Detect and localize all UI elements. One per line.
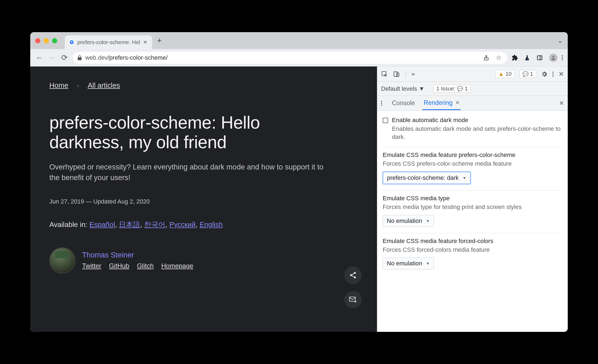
close-tab-icon[interactable]: ✕ [455, 100, 460, 106]
prefers-scheme-select[interactable]: prefers-color-scheme: dark ▼ [383, 172, 471, 184]
svg-point-4 [552, 56, 554, 58]
close-window-button[interactable] [35, 38, 40, 43]
lang-ja-link[interactable]: 日本語 [119, 220, 140, 229]
author-avatar [49, 247, 75, 274]
issue-chat-icon: 💬 [523, 71, 528, 77]
media-type-select[interactable]: No emulation ▼ [383, 215, 434, 227]
media-type-section: Emulate CSS media type Forces media type… [383, 190, 562, 233]
reload-button[interactable]: ⟳ [60, 53, 68, 62]
share-fab-button[interactable] [344, 266, 362, 284]
share-icon[interactable] [483, 55, 491, 61]
subscribe-fab-button[interactable] [344, 291, 362, 308]
forward-button[interactable]: → [48, 53, 56, 62]
auto-dark-checkbox[interactable] [383, 118, 388, 123]
auto-dark-section: Enable automatic dark mode Enables autom… [383, 114, 562, 147]
page-dates: Jun 27, 2019 — Updated Aug 2, 2020 [49, 198, 358, 205]
devtools-panel: | » ▲ 10 💬 1 ✕ Default lev [377, 66, 568, 332]
new-tab-button[interactable]: + [157, 36, 162, 45]
caret-down-icon: ▼ [426, 219, 430, 223]
warnings-badge[interactable]: ▲ 10 [496, 70, 515, 78]
content-area: Home › All articles prefers-color-scheme… [30, 66, 568, 332]
caret-down-icon: ▼ [463, 176, 466, 180]
browser-window: prefers-color-scheme: Hello da ✕ + ⌄ ← →… [30, 32, 568, 332]
forced-colors-select[interactable]: No emulation ▼ [383, 257, 434, 269]
device-toggle-icon[interactable] [393, 71, 400, 78]
lang-ko-link[interactable]: 한국어 [144, 220, 165, 229]
auto-dark-desc: Enables automatic dark mode and sets pre… [392, 125, 562, 141]
drawer-menu-button[interactable] [381, 101, 382, 106]
devtools-filter-bar: Default levels ▼ 1 Issue: 💬 1 [377, 82, 568, 96]
author-homepage-link[interactable]: Homepage [161, 262, 193, 270]
browser-menu-button[interactable] [562, 55, 563, 60]
page-languages: Available in: Español, 日本語, 한국어, Русский… [49, 220, 358, 229]
url-text: web.dev/prefers-color-scheme/ [85, 54, 480, 61]
devtools-menu-button[interactable] [552, 72, 554, 77]
media-type-label: Emulate CSS media type [383, 195, 562, 202]
svg-rect-8 [349, 297, 355, 301]
author-block: Thomas Steiner Twitter GitHub Glitch Hom… [49, 247, 358, 274]
lang-ru-link[interactable]: Русский [169, 220, 195, 229]
author-github-link[interactable]: GitHub [109, 262, 129, 270]
tab-title: prefers-color-scheme: Hello da [77, 39, 140, 46]
forced-colors-desc: Forces CSS forced-colors media feature [383, 246, 562, 254]
svg-rect-12 [394, 72, 397, 76]
inspect-element-icon[interactable] [381, 71, 388, 78]
langs-label: Available in: [49, 220, 87, 229]
sidepanel-icon[interactable] [537, 55, 545, 61]
web-page: Home › All articles prefers-color-scheme… [30, 66, 377, 332]
svg-rect-2 [537, 56, 542, 60]
page-subtitle: Overhyped or necessity? Learn everything… [49, 162, 327, 183]
caret-down-icon: ▼ [426, 261, 430, 266]
caret-down-icon: ▼ [419, 85, 425, 92]
tab-console[interactable]: Console [391, 97, 416, 110]
devtools-top-bar: | » ▲ 10 💬 1 ✕ [377, 66, 568, 82]
breadcrumb-home-link[interactable]: Home [49, 81, 68, 90]
tab-close-button[interactable]: ✕ [143, 39, 147, 45]
issues-filter-badge[interactable]: 1 Issue: 💬 1 [433, 85, 471, 93]
issues-badge[interactable]: 💬 1 [520, 70, 536, 78]
forced-colors-section: Emulate CSS media feature forced-colors … [383, 233, 562, 276]
maximize-window-button[interactable] [52, 38, 57, 43]
back-button[interactable]: ← [35, 53, 43, 62]
auto-dark-label: Enable automatic dark mode [392, 117, 562, 124]
warning-icon: ▲ [499, 71, 504, 77]
breadcrumb: Home › All articles [49, 81, 358, 90]
extensions-icon[interactable] [512, 54, 520, 61]
svg-point-7 [354, 277, 356, 278]
prefers-scheme-label: Emulate CSS media feature prefers-color-… [383, 151, 562, 159]
minimize-window-button[interactable] [44, 38, 49, 43]
window-controls [35, 38, 57, 43]
issue-chat-icon: 💬 [457, 86, 463, 92]
svg-point-5 [354, 272, 356, 274]
devtools-settings-icon[interactable] [541, 71, 548, 77]
author-links: Twitter GitHub Glitch Homepage [82, 262, 193, 270]
labs-flask-icon[interactable] [524, 54, 532, 61]
tab-favicon-icon [69, 39, 75, 45]
lock-icon [77, 55, 82, 60]
url-input[interactable]: web.dev/prefers-color-scheme/ ☆ [73, 52, 507, 64]
bookmark-star-icon[interactable]: ☆ [495, 54, 503, 62]
address-bar: ← → ⟳ web.dev/prefers-color-scheme/ ☆ [30, 49, 568, 66]
media-type-desc: Forces media type for testing print and … [383, 203, 562, 211]
profile-avatar-icon[interactable] [549, 54, 557, 62]
devtools-close-button[interactable]: ✕ [558, 70, 564, 78]
tab-strip: prefers-color-scheme: Hello da ✕ + ⌄ [30, 32, 568, 49]
tab-rendering[interactable]: Rendering ✕ [422, 96, 460, 110]
devtools-drawer-tabs: Console Rendering ✕ ✕ [377, 96, 568, 111]
devtools-more-tabs-icon[interactable]: » [412, 71, 415, 78]
author-name-link[interactable]: Thomas Steiner [82, 251, 193, 259]
author-twitter-link[interactable]: Twitter [82, 262, 101, 270]
log-levels-dropdown[interactable]: Default levels ▼ [381, 85, 425, 92]
lang-es-link[interactable]: Español [89, 220, 115, 229]
author-glitch-link[interactable]: Glitch [137, 262, 153, 270]
forced-colors-label: Emulate CSS media feature forced-colors [383, 238, 562, 245]
browser-tab[interactable]: prefers-color-scheme: Hello da ✕ [65, 35, 152, 49]
lang-en-link[interactable]: English [200, 220, 223, 229]
drawer-close-button[interactable]: ✕ [559, 100, 564, 107]
tabs-overflow-button[interactable]: ⌄ [557, 37, 563, 44]
svg-point-6 [350, 274, 352, 276]
prefers-scheme-desc: Forces CSS prefers-color-scheme media fe… [383, 160, 562, 168]
breadcrumb-all-link[interactable]: All articles [88, 81, 120, 90]
svg-point-1 [527, 58, 528, 60]
page-title: prefers-color-scheme: Hello darkness, my… [49, 113, 300, 152]
